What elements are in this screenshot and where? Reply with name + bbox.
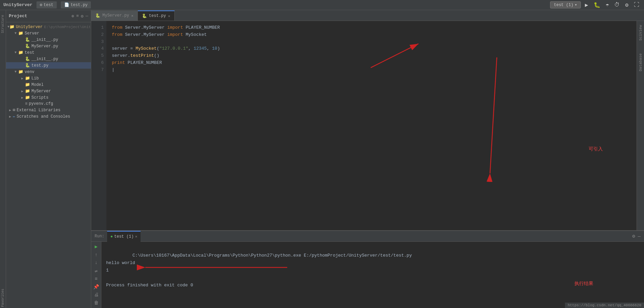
- server-init-name: __init__.py: [31, 38, 58, 42]
- py-icon-testpy: 🐍: [25, 63, 30, 68]
- print-btn[interactable]: 🖨: [93, 292, 100, 298]
- tree-item-root[interactable]: ▼ 📁 UnityServer E:\pythomProject\Unity: [6, 24, 91, 30]
- scratches-name: Scratches and Consoles: [17, 114, 70, 119]
- tree-item-scratches[interactable]: ▶ ✏ Scratches and Consoles: [6, 113, 91, 120]
- tree-item-model[interactable]: 📁 Model: [6, 81, 91, 88]
- external-name: External Libraries: [17, 108, 60, 113]
- titlebar-left: UnityServer ⚙ test 📄 test.py: [3, 1, 550, 8]
- wrap-btn[interactable]: ⇌: [93, 268, 100, 274]
- lib-name: Lib: [31, 76, 39, 81]
- venv-name: venv: [25, 70, 34, 74]
- console-minimize-icon[interactable]: —: [638, 234, 641, 239]
- maximize-button[interactable]: ⛶: [633, 2, 641, 8]
- main-layout: Structure Favorites Project ⊕ ≡ ⚙ — ▼ 📁: [0, 10, 644, 308]
- settings-button[interactable]: ⚙: [624, 2, 630, 8]
- testpy-tab-icon-editor: 🐍: [142, 14, 147, 19]
- editor-tabs: 🐍 MyServer.py ✕ 🐍 test.py ✕: [91, 10, 644, 21]
- annotation-result: 执行结果: [574, 280, 593, 288]
- app-name: UnityServer: [3, 2, 32, 7]
- tree-item-venv[interactable]: ▼ 📁 venv: [6, 69, 91, 75]
- code-content[interactable]: from Server.MyServer import PLAYER_NUMBE…: [106, 21, 637, 230]
- py-icon-myserver: 🐍: [25, 44, 30, 49]
- testpy-close-btn[interactable]: ✕: [168, 14, 170, 18]
- pin-btn[interactable]: 📌: [93, 284, 100, 290]
- tab-testpy[interactable]: 🐍 test.py ✕: [138, 10, 175, 21]
- titlebar-tab-test[interactable]: ⚙ test: [36, 1, 57, 8]
- tree-item-lib[interactable]: ▶ 📁 Lib: [6, 75, 91, 81]
- locate-icon[interactable]: ⊕: [72, 14, 74, 19]
- scripts-folder-icon: 📁: [25, 95, 30, 100]
- run-config[interactable]: test (1) ▾: [550, 1, 581, 8]
- tree-item-testpy[interactable]: 🐍 test.py: [6, 62, 91, 69]
- console-gear-icon[interactable]: ⚙: [632, 233, 635, 239]
- console-line1: C:\Users\10167\AppData\Local\Programs\Py…: [132, 253, 412, 258]
- myserver-tab-icon: 🐍: [95, 13, 100, 18]
- run-dot-icon: ●: [110, 234, 113, 239]
- titlebar-tab-testpy[interactable]: 📄 test.py: [61, 1, 91, 8]
- titlebar: UnityServer ⚙ test 📄 test.py test (1) ▾ …: [0, 0, 644, 10]
- line-numbers: 1234567: [91, 21, 106, 230]
- test-folder-icon: 📁: [18, 50, 23, 55]
- lib-folder-icon: 📁: [25, 76, 30, 81]
- run-tab[interactable]: ● test (1) ✕: [107, 231, 141, 242]
- console-close-btn[interactable]: ✕: [135, 234, 138, 239]
- panel-icons: ⊕ ≡ ⚙ —: [72, 14, 88, 19]
- left-tool-strip: Structure: [0, 10, 6, 288]
- project-panel: Structure Favorites Project ⊕ ≡ ⚙ — ▼ 📁: [0, 10, 91, 308]
- tree-item-test-init[interactable]: 🐍 __init__.py: [6, 56, 91, 62]
- favorites-tab[interactable]: Favorites: [1, 289, 5, 307]
- tree-item-test[interactable]: ▼ 📁 test: [6, 49, 91, 56]
- root-path: E:\pythomProject\Unity: [44, 25, 91, 29]
- sciview-tab[interactable]: SciView: [638, 22, 643, 43]
- testpy-tab-icon: 📄: [64, 2, 69, 7]
- structure-tab[interactable]: Structure: [0, 14, 5, 34]
- py-icon: 🐍: [25, 37, 30, 42]
- right-side: 🐍 MyServer.py ✕ 🐍 test.py ✕ 1234567 from…: [91, 10, 644, 308]
- scripts-name: Scripts: [31, 95, 48, 100]
- console-line2: hello world: [106, 260, 135, 265]
- model-name: Model: [31, 82, 44, 87]
- myserver-venv-name: MyServer: [31, 89, 51, 94]
- run-btn[interactable]: ▶: [93, 244, 100, 250]
- coverage-button[interactable]: ☂: [604, 2, 611, 8]
- titlebar-right: test (1) ▾ ▶ 🐛 ☂ ⏱ ⚙ ⛶: [550, 1, 641, 8]
- console-line3: 1: [106, 268, 109, 273]
- tree-item-external[interactable]: ▶ ⊞ External Libraries: [6, 107, 91, 113]
- tree-item-server[interactable]: ▼ 📁 Server: [6, 30, 91, 37]
- database-tab[interactable]: Database: [638, 51, 643, 74]
- myserver-close-btn[interactable]: ✕: [131, 14, 133, 18]
- down-btn[interactable]: ↓: [93, 260, 100, 266]
- tree-item-scripts[interactable]: ▶ 📁 Scripts: [6, 94, 91, 101]
- server-name: Server: [25, 31, 39, 36]
- bottom-url: https://blog.csdn.net/qq_40666620: [565, 303, 644, 308]
- bottom-panel: Run: ● test (1) ✕ ⚙ — ▶ ↑ ↓ ⇌ ≡ 📌: [91, 230, 644, 308]
- myserver-venv-icon: 📁: [25, 89, 30, 94]
- console-arrow-svg: [101, 242, 644, 308]
- tree-item-pyvenv[interactable]: ≡ pyvenv.cfg: [6, 101, 91, 107]
- console-header: Run: ● test (1) ✕ ⚙ —: [91, 231, 644, 242]
- console-output[interactable]: C:\Users\10167\AppData\Local\Programs\Py…: [101, 242, 644, 308]
- tree-item-server-init[interactable]: 🐍 __init__.py: [6, 37, 91, 43]
- panel-title: Project: [9, 14, 69, 19]
- align-btn[interactable]: ≡: [93, 276, 100, 282]
- debug-button[interactable]: 🐛: [592, 2, 602, 8]
- test-init-name: __init__.py: [31, 57, 58, 62]
- profile-button[interactable]: ⏱: [613, 2, 621, 8]
- run-label: Run:: [95, 234, 104, 239]
- collapse-icon[interactable]: ≡: [76, 14, 79, 19]
- tab-myserverpy[interactable]: 🐍 MyServer.py ✕: [91, 10, 138, 21]
- tree-item-myserver-venv[interactable]: ▶ 📁 MyServer: [6, 88, 91, 94]
- delete-btn[interactable]: 🗑: [93, 300, 100, 306]
- cfg-icon: ≡: [25, 101, 27, 106]
- up-btn[interactable]: ↑: [93, 252, 100, 258]
- myserver-name: MyServer.py: [31, 44, 58, 49]
- folder-icon: 📁: [9, 24, 15, 29]
- tree-item-myserver[interactable]: 🐍 MyServer.py: [6, 43, 91, 49]
- right-vertical-panel: SciView Database: [637, 21, 644, 230]
- console-line5: Process finished with exit code 0: [106, 283, 193, 288]
- run-button[interactable]: ▶: [584, 2, 590, 8]
- panel-settings-icon[interactable]: ⚙: [81, 14, 83, 19]
- test-tab-icon: ⚙: [40, 2, 42, 7]
- scratches-icon: ✏: [13, 114, 15, 119]
- panel-close-icon[interactable]: —: [85, 14, 88, 19]
